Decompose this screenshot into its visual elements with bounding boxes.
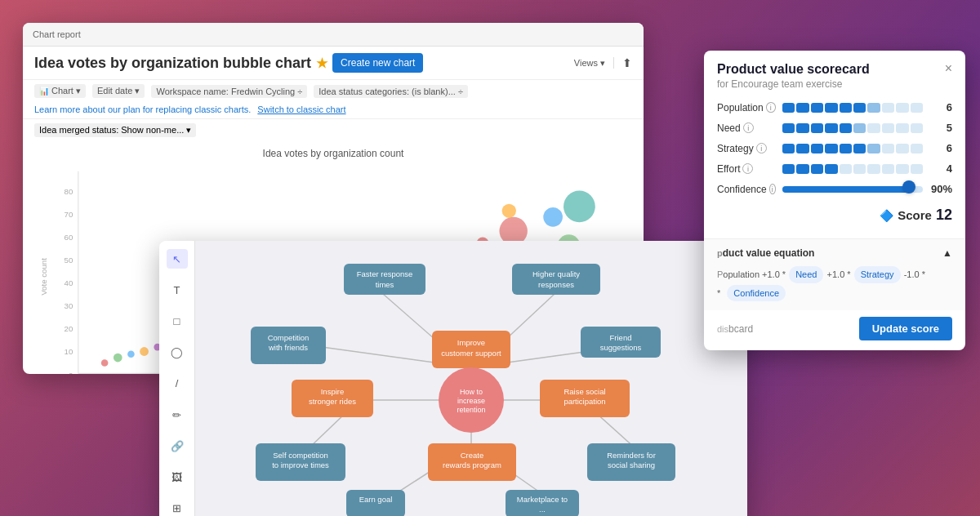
chart-label: Chart ▾ [51,86,81,96]
chart-title: Idea votes by organization bubble chart … [34,53,423,73]
seg-7 [867,103,880,113]
svg-text:social sharing: social sharing [608,460,655,469]
svg-text:rewards program: rewards program [443,460,501,469]
svg-text:Raise social: Raise social [564,387,605,396]
svg-point-34 [564,191,595,223]
confidence-tag: Confidence [727,285,786,302]
svg-rect-61 [581,327,661,358]
confidence-row: Confidence i 90% [717,183,952,195]
seg-4 [825,103,837,113]
cursor-tool[interactable]: ↖ [167,249,188,269]
chart-toolbar-workspace[interactable]: Workspace name: Fredwin Cycling ÷ [151,85,307,98]
text-tool[interactable]: T [167,280,188,300]
svg-text:participation: participation [564,397,605,406]
sseg-6 [853,144,866,153]
eseg-8 [882,164,894,174]
nseg-10 [911,123,923,133]
confidence-label: Confidence i [717,184,776,195]
strategy-info-icon[interactable]: i [756,143,767,153]
confidence-value: 90% [929,183,952,195]
circle-tool[interactable]: ◯ [167,343,188,363]
strategy-label: Strategy i [717,143,776,154]
nseg-5 [840,123,852,133]
views-button[interactable]: Views ▾ [574,58,605,69]
effort-bar [782,164,923,174]
svg-text:increase: increase [457,397,485,405]
need-tag: Need [789,266,823,283]
effort-row: Effort i 4 [717,162,952,175]
effort-info-icon[interactable]: i [742,163,753,174]
strategy-row: Strategy i 6 [717,142,952,154]
svg-text:30: 30 [65,301,74,310]
chart-inner-title: Idea votes by organization count [34,148,632,159]
seg-8 [882,103,894,113]
seg-2 [796,103,808,113]
confidence-fill [782,186,909,193]
share-icon[interactable]: ⬆ [622,56,632,69]
confidence-thumb[interactable] [902,180,915,194]
create-chart-button[interactable]: Create new chart [332,53,423,73]
idea-merged-label: Idea merged status: Show non-me... ▾ [39,125,191,136]
scorecard-title: Product value scorecard [717,62,870,77]
strategy-bar [782,144,923,153]
workspace-label: Workspace name: Fredwin Cycling ÷ [156,87,302,96]
need-info-icon[interactable]: i [743,122,754,133]
value-equation-section: pduct value equation ▲ Population +1.0 *… [704,238,965,310]
edit-date-label: Edit date ▾ [97,86,140,96]
rect-tool[interactable]: □ [167,311,188,331]
chart-toolbar-chart[interactable]: 📊 Chart ▾ [34,84,86,98]
equation-collapse-icon[interactable]: ▲ [942,247,952,259]
svg-text:Earn goal: Earn goal [359,495,393,504]
scorecard-header: Product value scorecard for Encourage te… [704,51,965,95]
chart-toolbar-edit-date[interactable]: Edit date ▾ [92,84,145,98]
line-tool[interactable]: / [167,374,188,394]
population-row: Population i 6 [717,101,952,113]
svg-point-15 [140,347,149,356]
seg-3 [811,103,823,113]
svg-text:Reminders for: Reminders for [607,451,656,460]
svg-text:70: 70 [65,210,74,219]
equation-title: pduct value equation [717,247,814,259]
mindmap-window: ↖ T □ ◯ / ✏ 🔗 🖼 ⊞ [159,241,747,516]
discard-link[interactable]: disbcard [717,323,753,335]
nseg-1 [782,123,795,133]
population-info-icon[interactable]: i [766,102,776,113]
update-score-button[interactable]: Update score [859,317,952,340]
learn-more-link[interactable]: Learn more about our plan for replacing … [34,105,251,114]
strategy-value: 6 [929,142,952,154]
eseg-10 [911,164,923,174]
svg-rect-52 [512,264,600,295]
eseg-4 [825,164,837,174]
svg-text:Vote count: Vote count [39,258,48,296]
confidence-slider[interactable] [782,184,923,195]
chart-toolbar-idea-status[interactable]: Idea status categories: (is blank)... ÷ [314,85,468,98]
eseg-6 [853,164,866,174]
classic-link[interactable]: Switch to classic chart [257,105,345,114]
need-label: Need i [717,122,776,134]
close-button[interactable]: × [945,62,952,75]
svg-text:stronger rides: stronger rides [309,397,356,406]
idea-merged-toolbar-item[interactable]: Idea merged status: Show non-me... ▾ [34,123,196,137]
pencil-tool[interactable]: ✏ [167,405,188,425]
eseg-5 [840,164,852,174]
chart-report-label: Chart report [33,29,81,39]
svg-text:How to: How to [460,388,483,396]
confidence-info-icon[interactable]: i [769,184,776,194]
link-tool[interactable]: 🔗 [167,436,188,456]
equation-formula: Population +1.0 * Need +1.0 * Strategy -… [717,265,952,302]
population-value: 6 [929,101,952,113]
seg-5 [840,103,852,113]
svg-text:Self competition: Self competition [273,451,328,460]
svg-text:20: 20 [65,324,74,333]
need-bar [782,123,923,133]
chart-toolbar: 📊 Chart ▾ Edit date ▾ Workspace name: Fr… [23,80,644,119]
eseg-2 [796,164,808,174]
idea-status-label: Idea status categories: (is blank)... ÷ [318,87,463,96]
svg-text:Faster response: Faster response [357,269,413,278]
eseg-7 [867,164,880,174]
svg-text:Friend: Friend [610,333,632,342]
image-tool[interactable]: 🖼 [167,468,188,487]
sseg-9 [896,144,908,153]
effort-label: Effort i [717,163,776,175]
table-tool[interactable]: ⊞ [167,499,188,516]
